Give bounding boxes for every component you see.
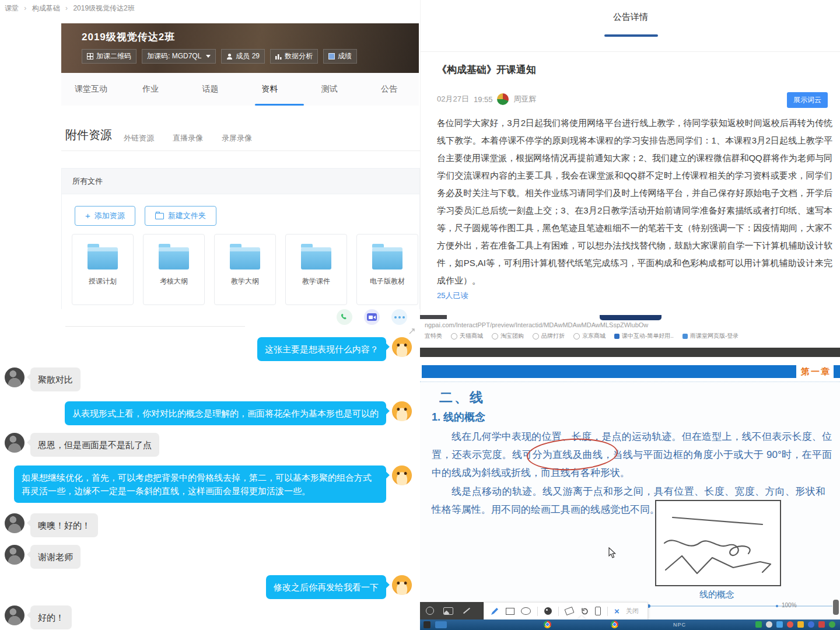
announcement-title: 《构成基础》开课通知 [437,63,536,76]
teacher-avatar[interactable] [392,466,412,485]
mouse-cursor [608,547,617,558]
ppt-slide: 二、线 1. 线的概念 线在几何学中表现的位置、长度，是点的运动轨迹。但在造型上… [420,382,840,618]
ellipsis-icon [394,316,405,318]
qrcode-icon [87,53,93,60]
tab-screen-recordings[interactable]: 录屏录像 [222,133,252,144]
bookmark-item[interactable]: 雨课堂网页版-登录 [682,332,738,340]
breadcrumb-item-course[interactable]: 构成基础 [32,4,60,12]
start-button[interactable] [424,621,430,628]
tab-announcement-detail[interactable]: 公告详情 [421,12,840,23]
tab-tests[interactable]: 测试 [300,73,359,106]
folder-icon [372,247,402,270]
screenshot-icon[interactable] [443,607,453,615]
bookmark-item[interactable]: 宜特类 [425,332,442,340]
chat-bubble-incoming: 恩恩，但是画面是不是乱了点 [30,433,159,457]
color-palette-icon[interactable] [544,607,552,615]
resource-type-tabs: 外链资源 直播录像 录屏录像 [124,133,252,144]
folder-card[interactable]: 授课计划 [72,234,134,305]
expand-arrow-icon[interactable] [408,328,415,335]
chrome-icon[interactable] [611,621,618,628]
taskbar-app[interactable] [435,621,447,628]
chat-message-row: 这张主要是想表现什么内容？ [257,337,412,361]
grades-button[interactable]: 成绩 [323,49,357,64]
tray-icon[interactable] [797,621,804,628]
tray-icon[interactable] [787,621,793,628]
tab-external-links[interactable]: 外链资源 [124,133,154,144]
breadcrumb-item-home[interactable]: 课堂 [5,4,19,12]
teacher-avatar[interactable] [392,401,412,421]
tray-icon[interactable] [808,621,814,628]
tab-classroom[interactable]: 课堂互动 [61,73,121,106]
folder-card[interactable]: 电子版教材 [356,234,418,305]
tab-homework[interactable]: 作业 [121,73,180,106]
breadcrumb-item-class: 2019级视觉传达2班 [73,4,134,12]
more-options-button[interactable] [391,309,407,325]
teacher-avatar[interactable] [392,575,412,595]
undo-icon[interactable] [580,607,589,615]
chat-bubble-incoming: 聚散对比 [30,368,80,391]
folder-icon [230,247,260,270]
phone-icon [340,313,349,321]
student-avatar[interactable] [5,606,24,625]
bookmark-item[interactable]: 淘宝团购 [492,332,524,340]
video-call-button[interactable] [364,309,380,325]
folder-card[interactable]: 教学大纲 [214,234,276,305]
chat-message-row: 噢噢！好的！ [5,513,98,537]
teacher-avatar[interactable] [392,337,412,357]
browser-active-tab-fragment [600,315,662,320]
slide-subheading: 1. 线的概念 [432,410,485,424]
tray-icon[interactable] [766,621,772,628]
bookmark-item[interactable]: 天猫商城 [451,332,483,340]
globe-icon [492,333,498,340]
read-count-link[interactable]: 25人已读 [437,290,468,301]
folder-icon [159,247,189,270]
new-folder-button[interactable]: 新建文件夹 [145,206,216,226]
folder-icon [88,247,118,270]
chrome-icon[interactable] [544,621,551,628]
ellipse-tool-icon[interactable] [521,607,531,615]
student-avatar[interactable] [5,433,24,453]
tray-icon[interactable] [829,621,835,628]
add-resource-button[interactable]: + 添加资源 [75,206,135,226]
student-avatar[interactable] [5,368,24,387]
chat-message-row: 从表现形式上看，你对对比的概念是理解的，画面将花朵作为基本形也是可以的 [65,401,412,425]
record-icon[interactable] [426,607,434,615]
pencil-tool-icon[interactable] [490,607,499,616]
show-wordcloud-button[interactable]: 展示词云 [787,92,828,108]
tray-icon[interactable] [818,621,825,628]
tab-materials[interactable]: 资料 [240,73,300,106]
bookmark-item[interactable]: 课中互动-简单好用.. [614,332,674,340]
scrollbar-thumb[interactable] [833,600,839,615]
announcement-body: 各位同学大家好，3月2日起我们将使用网络平台进行线上教学，待同学获知返校时间返校… [437,114,832,289]
analytics-button[interactable]: 数据分析 [270,49,318,64]
rectangle-tool-icon[interactable] [506,608,514,615]
bookmarks-bar: 宜特类 天猫商城 淘宝团购 品牌打折 京东商城 课中互动-简单好用.. 雨课堂网… [425,332,738,340]
viewer-top-strip [420,348,840,357]
tab-topics[interactable]: 话题 [180,73,240,106]
bookmark-item[interactable]: 品牌打折 [533,332,565,340]
join-code-button[interactable]: 加课码: MGD7QL [142,49,216,64]
slide-heading: 二、线 [439,388,485,407]
folder-card[interactable]: 考核大纲 [143,234,205,305]
tab-announcements[interactable]: 公告 [359,73,419,106]
folder-card[interactable]: 教学课件 [285,234,347,305]
members-button[interactable]: 成员 29 [221,49,265,64]
eraser-tool-icon[interactable] [565,607,575,615]
tray-icon[interactable] [776,621,783,628]
close-icon[interactable]: × [614,607,620,615]
address-bar[interactable]: ngpai.com/InteractPPT/preview/Interactid… [425,321,648,328]
qrcode-button[interactable]: 加课二维码 [82,49,136,64]
tray-icon[interactable] [755,621,762,628]
bookmark-item[interactable]: 京东商城 [573,332,606,340]
pen-icon[interactable] [463,608,470,614]
windows-taskbar: NPC [420,620,840,630]
chat-bubble-outgoing: 修改之后你再发给我看一下 [266,575,386,599]
delete-tool-icon[interactable] [595,607,601,615]
announcement-date: 02月27日 [437,94,469,104]
taskbar-center-label: NPC [673,622,686,628]
student-avatar[interactable] [5,545,24,565]
slide-progress-line[interactable] [649,606,832,607]
student-avatar[interactable] [5,513,24,533]
voice-call-button[interactable] [337,309,352,325]
tab-live-recordings[interactable]: 直播录像 [173,133,203,144]
